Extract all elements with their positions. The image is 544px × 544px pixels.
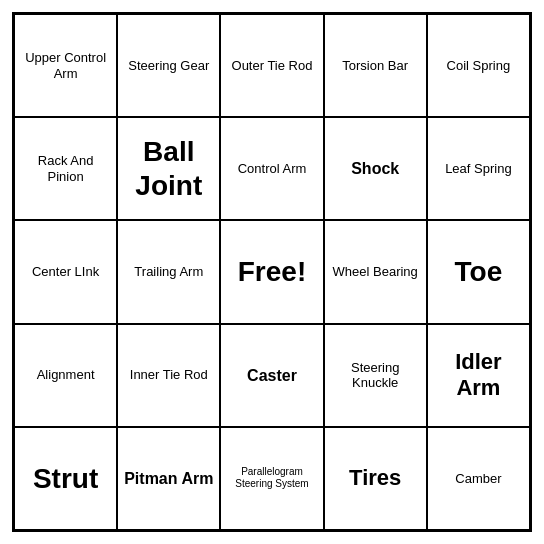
bingo-cell-r1c4: Leaf Spring (427, 117, 530, 220)
bingo-cell-r4c2: Parallelogram Steering System (220, 427, 323, 530)
bingo-cell-text: Alignment (37, 367, 95, 383)
bingo-cell-r1c0: Rack And Pinion (14, 117, 117, 220)
bingo-cell-text: Steering Gear (128, 58, 209, 74)
bingo-cell-r2c0: Center LInk (14, 220, 117, 323)
bingo-cell-text: Parallelogram Steering System (225, 466, 318, 490)
bingo-cell-text: Idler Arm (432, 349, 525, 402)
bingo-cell-text: Steering Knuckle (329, 360, 422, 391)
bingo-cell-r0c1: Steering Gear (117, 14, 220, 117)
bingo-cell-r4c0: Strut (14, 427, 117, 530)
bingo-cell-text: Toe (455, 255, 503, 289)
bingo-cell-r0c2: Outer Tie Rod (220, 14, 323, 117)
bingo-cell-text: Control Arm (238, 161, 307, 177)
bingo-cell-r1c3: Shock (324, 117, 427, 220)
bingo-grid: Upper Control ArmSteering GearOuter Tie … (14, 14, 530, 530)
bingo-cell-text: Center LInk (32, 264, 99, 280)
bingo-cell-text: Coil Spring (447, 58, 511, 74)
bingo-cell-r0c3: Torsion Bar (324, 14, 427, 117)
bingo-cell-r1c1: Ball Joint (117, 117, 220, 220)
bingo-cell-text: Strut (33, 462, 98, 496)
bingo-cell-r2c2: Free! (220, 220, 323, 323)
bingo-cell-text: Wheel Bearing (333, 264, 418, 280)
bingo-cell-r4c4: Camber (427, 427, 530, 530)
bingo-cell-text: Tires (349, 465, 401, 491)
bingo-cell-text: Camber (455, 471, 501, 487)
bingo-cell-text: Ball Joint (122, 135, 215, 202)
bingo-cell-text: Trailing Arm (134, 264, 203, 280)
bingo-cell-r4c3: Tires (324, 427, 427, 530)
bingo-cell-r3c3: Steering Knuckle (324, 324, 427, 427)
bingo-cell-text: Shock (351, 159, 399, 178)
bingo-cell-text: Torsion Bar (342, 58, 408, 74)
bingo-cell-r1c2: Control Arm (220, 117, 323, 220)
bingo-cell-text: Free! (238, 255, 306, 289)
bingo-cell-r2c4: Toe (427, 220, 530, 323)
bingo-cell-r4c1: Pitman Arm (117, 427, 220, 530)
bingo-cell-text: Rack And Pinion (19, 153, 112, 184)
bingo-cell-text: Pitman Arm (124, 469, 213, 488)
bingo-cell-r2c3: Wheel Bearing (324, 220, 427, 323)
bingo-cell-text: Leaf Spring (445, 161, 512, 177)
bingo-cell-text: Upper Control Arm (19, 50, 112, 81)
bingo-cell-r0c4: Coil Spring (427, 14, 530, 117)
bingo-cell-r3c2: Caster (220, 324, 323, 427)
bingo-cell-r3c1: Inner Tie Rod (117, 324, 220, 427)
bingo-cell-text: Caster (247, 366, 297, 385)
bingo-cell-text: Outer Tie Rod (232, 58, 313, 74)
bingo-cell-r3c4: Idler Arm (427, 324, 530, 427)
bingo-cell-text: Inner Tie Rod (130, 367, 208, 383)
bingo-cell-r3c0: Alignment (14, 324, 117, 427)
bingo-card: Upper Control ArmSteering GearOuter Tie … (12, 12, 532, 532)
bingo-cell-r0c0: Upper Control Arm (14, 14, 117, 117)
bingo-cell-r2c1: Trailing Arm (117, 220, 220, 323)
